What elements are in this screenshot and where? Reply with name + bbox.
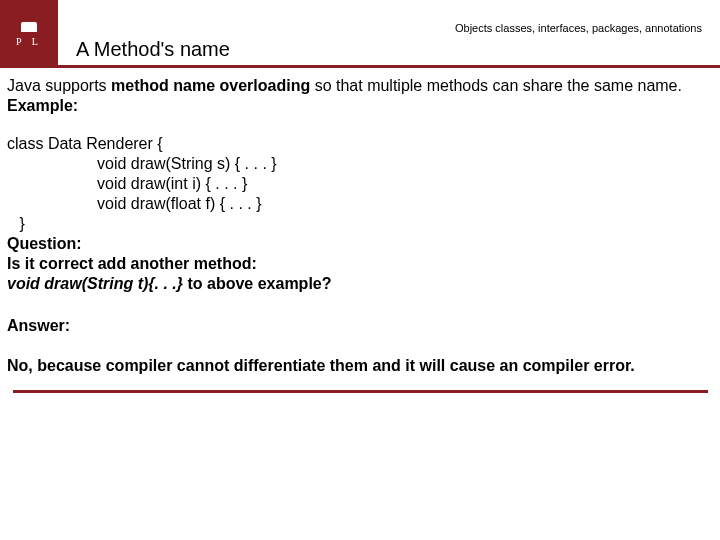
code-block: class Data Renderer { void draw(String s… bbox=[7, 134, 716, 234]
code-line-2: void draw(String s) { . . . } bbox=[7, 154, 277, 174]
logo-letters: P L bbox=[16, 36, 42, 47]
university-logo: P L bbox=[0, 0, 58, 68]
bottom-rule bbox=[13, 390, 708, 393]
slide-body: Java supports method name overloading so… bbox=[0, 68, 720, 393]
code-line-1: class Data Renderer { bbox=[7, 134, 716, 154]
intro-paragraph: Java supports method name overloading so… bbox=[7, 76, 716, 116]
question-method: void draw(String t){. . .} bbox=[7, 275, 183, 292]
slide-header: P L Objects classes, interfaces, package… bbox=[0, 0, 720, 68]
answer-label-row: Answer: bbox=[7, 316, 716, 336]
example-label: Example: bbox=[7, 97, 78, 114]
logo-emblem-icon bbox=[21, 22, 37, 32]
question-tail: to above example? bbox=[183, 275, 332, 292]
slide: P L Objects classes, interfaces, package… bbox=[0, 0, 720, 540]
header-right: Objects classes, interfaces, packages, a… bbox=[58, 16, 720, 68]
intro-bold: method name overloading bbox=[111, 77, 310, 94]
breadcrumb: Objects classes, interfaces, packages, a… bbox=[58, 16, 720, 38]
page-title: A Method's name bbox=[58, 38, 720, 68]
code-line-4: void draw(float f) { . . . } bbox=[7, 194, 262, 214]
code-line-3: void draw(int i) { . . . } bbox=[7, 174, 247, 194]
question-block: Question: Is it correct add another meth… bbox=[7, 234, 716, 294]
code-line-5: } bbox=[7, 214, 716, 234]
answer-body-row: No, because compiler cannot differentiat… bbox=[7, 356, 716, 376]
answer-label: Answer: bbox=[7, 317, 70, 334]
question-label: Question: bbox=[7, 235, 82, 252]
intro-post: so that multiple methods can share the s… bbox=[310, 77, 682, 94]
question-line1: Is it correct add another method: bbox=[7, 255, 257, 272]
intro-pre: Java supports bbox=[7, 77, 111, 94]
answer-body: No, because compiler cannot differentiat… bbox=[7, 357, 635, 374]
